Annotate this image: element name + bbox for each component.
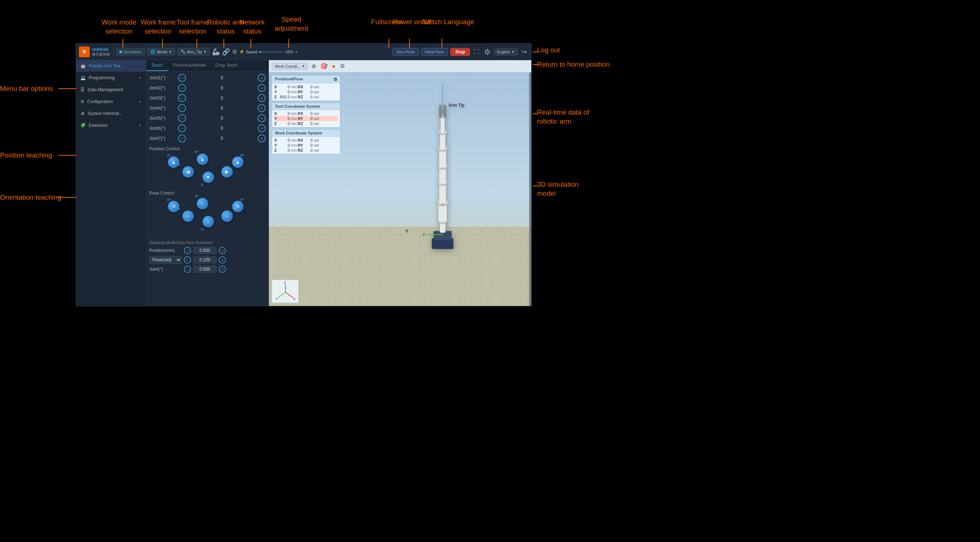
- fullscreen-icon[interactable]: ⛶: [472, 49, 481, 55]
- joint5-plus[interactable]: +: [258, 114, 266, 122]
- joint6-minus[interactable]: −: [178, 124, 186, 132]
- pp-row-z: Z 850.5 mm RZ 0 rad: [274, 94, 338, 100]
- joint1-minus[interactable]: −: [178, 74, 186, 82]
- extension-expand-icon: ▼: [138, 124, 142, 127]
- data-icon: 🗄: [80, 87, 85, 92]
- joint6-plus[interactable]: +: [258, 124, 266, 132]
- 3d-scene[interactable]: Position&Pose ⧉ X 0 mm RX 0 rad: [269, 72, 531, 306]
- step-position-plus[interactable]: +: [219, 247, 226, 254]
- x-minus-down-btn[interactable]: ▼: [202, 172, 214, 183]
- rx-minus-btn[interactable]: ↓: [202, 216, 214, 227]
- logout-icon[interactable]: ↪: [520, 48, 528, 56]
- pose-control-grid: ↺ Z+ ↑ X+ ↻ Z+ ← Y- ↓ X- → Y+: [168, 198, 247, 232]
- joint5-value: 0: [189, 116, 255, 121]
- arm-tip-dropdown[interactable]: 🔧 Arm_Tip ▼: [177, 48, 210, 56]
- sidebar-label-data: Data Management: [88, 87, 123, 92]
- simulation-label: Simulation: [123, 50, 142, 54]
- annotation-language: Switch Language: [422, 18, 474, 26]
- joint2-minus[interactable]: −: [178, 84, 186, 92]
- tc-row-y: Y 0 mm RY 0 rad: [274, 116, 338, 121]
- joint4-minus[interactable]: −: [178, 104, 186, 112]
- sidebar-item-extension[interactable]: 🧩 Extension ▼: [76, 120, 146, 132]
- step-pose-minus[interactable]: −: [184, 256, 191, 264]
- tab-teach[interactable]: Teach: [146, 60, 168, 71]
- joint7-value: 0: [189, 136, 255, 141]
- annotation-work-mode: Work modeselection: [102, 18, 137, 36]
- step-pose-select[interactable]: Pose(rad): [149, 256, 181, 264]
- joint2-label: Joint2(°): [149, 86, 175, 91]
- joint3-label: Joint3(°): [149, 95, 175, 100]
- wc-row-y: Y 0 mm RY 0 rad: [274, 143, 338, 148]
- step-row-joint: Joint(°) − 0.500 +: [149, 265, 266, 273]
- system-icon: 🖥: [80, 111, 85, 116]
- world-icon: 🌐: [150, 49, 155, 54]
- arm-tip-icon: 🔧: [181, 49, 186, 54]
- annotation-3d-model: 3D simulationmodel: [537, 180, 579, 198]
- svg-rect-17: [439, 105, 442, 118]
- joint7-minus[interactable]: −: [178, 134, 186, 142]
- joint4-plus[interactable]: +: [258, 104, 266, 112]
- joint3-minus[interactable]: −: [178, 94, 186, 102]
- floor-grid: [269, 227, 531, 306]
- copy-icon[interactable]: ⧉: [334, 77, 337, 82]
- sidebar-item-robotic-arm[interactable]: 🤖 Robotic Arm Tea...: [76, 60, 146, 72]
- view-tool-1[interactable]: ⊕: [310, 63, 317, 70]
- language-chevron: ▼: [511, 50, 515, 54]
- annotation-position-teaching: Position teaching: [0, 151, 52, 159]
- x-plus-up-btn[interactable]: ▲: [197, 154, 208, 165]
- step-joint-plus[interactable]: +: [219, 265, 226, 273]
- world-chevron: ▼: [169, 50, 172, 54]
- language-dropdown[interactable]: English ▼: [494, 48, 518, 56]
- world-dropdown[interactable]: 🌐 World ▼: [147, 48, 175, 56]
- sidebar-item-config[interactable]: ⚙ Configuration ▼: [76, 96, 146, 108]
- joint7-plus[interactable]: +: [258, 134, 266, 142]
- wc-row-x: X 0 mm RX 0 rad: [274, 138, 338, 143]
- logo-icon: R: [79, 46, 90, 57]
- step-joint-minus[interactable]: −: [184, 265, 191, 273]
- sidebar-item-system[interactable]: 🖥 System Informat...: [76, 108, 146, 120]
- ry-minus-btn[interactable]: ←: [182, 210, 194, 222]
- settings-icon[interactable]: ⚙: [232, 48, 237, 55]
- joint4-label: Joint4(°): [149, 106, 175, 111]
- position-control-grid: ▲ Z+ ▲ X+ ▲ Z+ ◀ Y- ▼ X- ▶ Y+: [168, 154, 247, 188]
- view-tool-3[interactable]: ●: [331, 63, 337, 70]
- step-pose-plus[interactable]: +: [219, 256, 226, 264]
- sidebar-item-data[interactable]: 🗄 Data Management: [76, 84, 146, 96]
- view-panel: Work Coordi... ▼ ⊕ 🎯 ● ⚙ Position&Pose: [269, 60, 531, 306]
- view-tool-4[interactable]: ⚙: [339, 63, 346, 70]
- joint3-plus[interactable]: +: [258, 94, 266, 102]
- tool-coord-panel: Tool Coordinate System X 0 mm RX 0 rad: [272, 103, 340, 127]
- zero-pose-button[interactable]: Zero Pose: [393, 48, 419, 56]
- joint-row-4: Joint4(°) − 0 +: [149, 103, 266, 113]
- joint2-plus[interactable]: +: [258, 84, 266, 92]
- y-minus-btn[interactable]: ◀: [182, 166, 194, 178]
- tool-coord-header: Tool Coordinate System: [272, 103, 340, 110]
- tab-position-attitude[interactable]: Position&Attitude: [168, 60, 211, 71]
- speed-slider[interactable]: [259, 51, 284, 52]
- tab-bar: Teach Position&Attitude Drag Teach: [146, 60, 269, 72]
- initial-pose-button[interactable]: Initial Pose: [421, 48, 449, 56]
- step-position-minus[interactable]: −: [184, 247, 191, 254]
- sidebar-item-programming[interactable]: 💻 Programming ▼: [76, 72, 146, 84]
- sidebar-label-prog: Programming: [89, 75, 115, 80]
- joint5-label: Joint5(°): [149, 116, 175, 121]
- svg-rect-18: [443, 105, 446, 118]
- stop-button[interactable]: Stop: [450, 48, 470, 56]
- rx-plus-btn[interactable]: ↑: [197, 198, 208, 209]
- work-coord-dropdown[interactable]: Work Coordi... ▼: [272, 63, 308, 70]
- power-icon[interactable]: ⏻: [483, 49, 492, 55]
- view-tool-2[interactable]: 🎯: [319, 63, 329, 70]
- ry-plus-btn[interactable]: →: [221, 210, 233, 222]
- simulation-tag[interactable]: Simulation: [116, 48, 145, 56]
- position-pose-header: Position&Pose ⧉: [272, 76, 340, 83]
- annotation-robotic-status: Robotic armstatus: [207, 18, 244, 36]
- tab-drag-teach[interactable]: Drag Teach: [211, 60, 242, 71]
- joint6-value: 0: [189, 126, 255, 131]
- pp-row-y: Y 0 mm RY 0 rad: [274, 89, 338, 94]
- joint1-plus[interactable]: +: [258, 74, 266, 82]
- world-label: World: [157, 50, 167, 54]
- mini-axes: Z Y X: [272, 280, 299, 303]
- y-plus-btn[interactable]: ▶: [221, 166, 233, 178]
- scrollbar-right[interactable]: [529, 72, 531, 306]
- joint5-minus[interactable]: −: [178, 114, 186, 122]
